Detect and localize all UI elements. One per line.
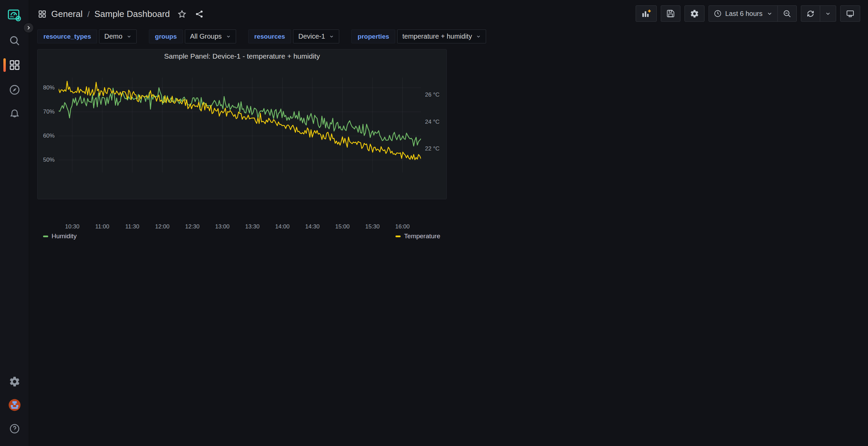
x-axis-tick-label: 14:00	[269, 223, 296, 230]
legend-item-humidity[interactable]: Humidity	[43, 232, 77, 240]
panel-title[interactable]: Sample Panel: Device-1 - temperature + h…	[38, 52, 446, 60]
zoom-out-button[interactable]	[777, 6, 796, 21]
add-panel-button[interactable]	[636, 5, 657, 22]
dashboard-variables: resource_types Demo groups All Groups re…	[37, 29, 486, 43]
variable-selected-value: temperature + humidity	[402, 33, 472, 40]
star-icon[interactable]	[177, 9, 187, 19]
y-axis-tick-label: 26 °C	[425, 92, 449, 98]
sidebar-expand-button[interactable]	[23, 22, 34, 33]
question-circle-icon	[9, 423, 20, 434]
x-axis-tick-label: 14:30	[299, 223, 326, 230]
refresh-icon	[806, 9, 815, 18]
variable-value-dropdown[interactable]: Device-1	[293, 29, 339, 43]
chevron-down-icon	[329, 34, 334, 39]
sidebar	[0, 0, 29, 446]
time-range-picker[interactable]: Last 6 hours	[709, 6, 777, 21]
refresh-interval-dropdown[interactable]	[820, 6, 836, 21]
legend-swatch	[43, 236, 48, 237]
app-logo[interactable]	[0, 5, 29, 26]
x-axis-tick-label: 12:00	[149, 223, 176, 230]
tv-mode-button[interactable]	[840, 5, 860, 22]
save-dashboard-button[interactable]	[661, 5, 680, 22]
x-axis-tick-label: 10:30	[59, 223, 86, 230]
legend-label: Humidity	[52, 232, 77, 240]
share-icon[interactable]	[195, 9, 204, 19]
breadcrumb-separator: /	[88, 9, 90, 19]
variable-value-dropdown[interactable]: temperature + humidity	[397, 29, 486, 43]
compass-icon	[8, 84, 21, 96]
bell-icon	[9, 108, 20, 120]
sidebar-item-search[interactable]	[0, 31, 29, 51]
add-panel-icon	[641, 8, 651, 19]
variable-label: resources	[248, 29, 291, 43]
x-axis-tick-label: 12:30	[179, 223, 206, 230]
sidebar-item-alerting[interactable]	[0, 104, 29, 124]
gear-icon	[9, 376, 20, 387]
breadcrumb-folder[interactable]: General	[51, 9, 83, 19]
app-logo-icon	[7, 8, 22, 23]
chevron-right-icon	[26, 25, 31, 31]
search-icon	[9, 35, 20, 46]
dashboard-settings-button[interactable]	[684, 5, 705, 22]
y-axis-tick-label: 70%	[34, 108, 55, 115]
sidebar-item-help[interactable]	[0, 419, 29, 439]
avatar	[8, 399, 21, 411]
x-axis-tick-label: 15:00	[329, 223, 356, 230]
monitor-icon	[846, 9, 855, 18]
variable-resources: resources Device-1	[248, 29, 340, 43]
dashboard-toolbar: Last 6 hours	[636, 5, 860, 22]
variable-selected-value: Demo	[104, 33, 122, 40]
variable-value-dropdown[interactable]: Demo	[99, 29, 136, 43]
legend-item-temperature[interactable]: Temperature	[396, 232, 440, 240]
zoom-out-icon	[783, 9, 792, 18]
time-controls: Last 6 hours	[709, 5, 797, 22]
variable-groups: groups All Groups	[149, 29, 236, 43]
variable-label: properties	[351, 29, 395, 43]
x-axis-tick-label: 15:30	[359, 223, 386, 230]
variable-label: groups	[149, 29, 183, 43]
x-axis-tick-label: 16:00	[389, 223, 416, 230]
chart-legend: HumidityTemperature	[43, 232, 440, 240]
variable-selected-value: All Groups	[190, 33, 221, 40]
y-axis-tick-label: 60%	[34, 133, 55, 139]
variable-value-dropdown[interactable]: All Groups	[185, 29, 236, 43]
chevron-down-icon	[825, 11, 831, 17]
variable-resource-types: resource_types Demo	[37, 29, 137, 43]
refresh-controls	[801, 5, 836, 22]
y-axis-tick-label: 50%	[34, 157, 55, 163]
chart-plot-area[interactable]	[59, 78, 421, 173]
breadcrumb-dashboard-title[interactable]: Sample Dashboard	[94, 9, 170, 19]
legend-swatch	[396, 236, 401, 237]
save-icon	[666, 9, 675, 18]
dashboard-header: General / Sample Dashboard	[29, 0, 868, 24]
apps-grid-icon	[9, 59, 20, 71]
clock-icon	[714, 9, 722, 18]
x-axis-tick-label: 11:00	[89, 223, 116, 230]
variable-properties: properties temperature + humidity	[351, 29, 486, 43]
apps-grid-icon	[38, 10, 46, 18]
variable-selected-value: Device-1	[298, 33, 325, 40]
sidebar-item-profile[interactable]	[0, 395, 29, 415]
chevron-down-icon	[767, 11, 773, 17]
legend-label: Temperature	[404, 232, 440, 240]
timeseries-panel: Sample Panel: Device-1 - temperature + h…	[37, 49, 447, 199]
sidebar-item-explore[interactable]	[0, 80, 29, 100]
x-axis-tick-label: 11:30	[119, 223, 146, 230]
y-axis-tick-label: 80%	[34, 84, 55, 91]
refresh-button[interactable]	[801, 6, 820, 21]
sidebar-item-settings[interactable]	[0, 371, 29, 392]
time-range-label: Last 6 hours	[725, 10, 763, 18]
timeseries-chart	[59, 78, 421, 173]
y-axis-tick-label: 22 °C	[425, 145, 449, 152]
chevron-down-icon	[226, 34, 231, 39]
sidebar-item-dashboards[interactable]	[0, 55, 29, 75]
gear-icon	[690, 9, 699, 18]
y-axis-tick-label: 24 °C	[425, 119, 449, 125]
x-axis-tick-label: 13:30	[239, 223, 266, 230]
breadcrumb: General / Sample Dashboard	[38, 9, 204, 19]
chevron-down-icon	[476, 34, 481, 39]
chevron-down-icon	[127, 34, 132, 39]
x-axis-tick-label: 13:00	[209, 223, 236, 230]
variable-label: resource_types	[37, 29, 97, 43]
